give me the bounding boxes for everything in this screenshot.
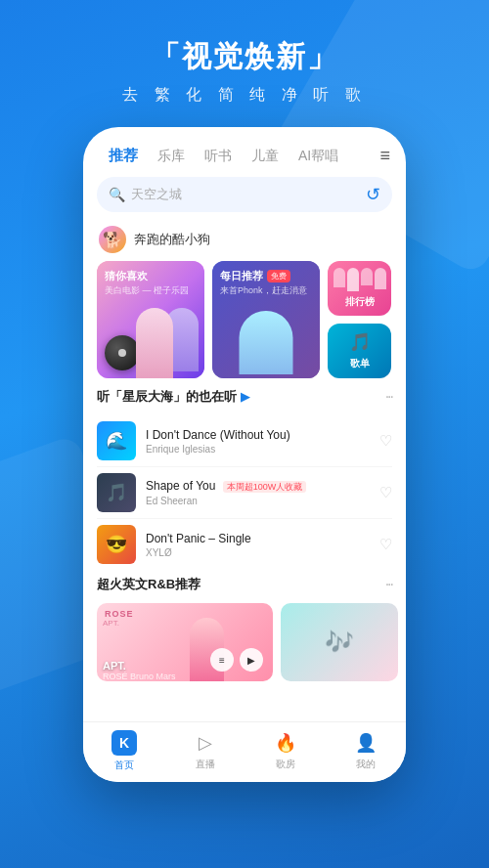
phone-shell: 推荐 乐库 听书 儿童 AI帮唱 ≡ 🔍 天空之城 ↺ 🐕 奔跑的酷小狗 猜你喜… bbox=[83, 127, 406, 782]
section-title-2: 超火英文R&B推荐 bbox=[97, 576, 200, 593]
song-heart-2[interactable]: ♡ bbox=[379, 484, 392, 501]
section-header-1: 听「星辰大海」的也在听 ▶ ··· bbox=[97, 388, 392, 406]
nav-label-live: 直播 bbox=[196, 758, 215, 771]
nav-tab-recommend[interactable]: 推荐 bbox=[99, 143, 148, 169]
hero-title: 「视觉焕新」 bbox=[151, 37, 338, 77]
card-playlist[interactable]: 🎵 歌单 bbox=[328, 324, 391, 378]
section-title-1: 听「星辰大海」的也在听 ▶ bbox=[97, 388, 249, 406]
card-recommend[interactable]: 猜你喜欢 美白电影 — 橙子乐园 bbox=[97, 261, 204, 378]
card-daily-label: 每日推荐 bbox=[220, 269, 263, 282]
card-daily[interactable]: 每日推荐 免费 来首Phonk，赶走消意 bbox=[212, 261, 320, 378]
daily-figure bbox=[240, 311, 293, 374]
playlist-card-2[interactable]: 🎶 bbox=[281, 603, 398, 681]
song-list: 🌊 I Don't Dance (Without You) Enrique Ig… bbox=[83, 415, 406, 570]
cards-row: 猜你喜欢 美白电影 — 橙子乐园 每日推荐 免费 bbox=[83, 261, 406, 378]
song-item[interactable]: 😎 Don't Panic – Single XYLØ ♡ bbox=[97, 519, 392, 570]
song-info-2: Shape of You 本周超100W人收藏 Ed Sheeran bbox=[146, 479, 372, 506]
nav-tab-kids[interactable]: 儿童 bbox=[242, 144, 289, 169]
playlist-card-apt[interactable]: ROSE APT. APT. ROSÉ Bruno Mars ≡ ▶ bbox=[97, 603, 273, 681]
daily-badge: 免费 bbox=[267, 270, 290, 282]
playlist-title: APT. bbox=[103, 660, 176, 672]
song-thumb-3: 😎 bbox=[97, 525, 136, 564]
playlist-artists: ROSÉ Bruno Mars bbox=[103, 672, 176, 681]
scroll-content[interactable]: 🐕 奔跑的酷小狗 猜你喜欢 美白电影 — 橙子乐园 bbox=[83, 222, 406, 721]
card-playlist-label: 歌单 bbox=[350, 358, 370, 369]
refresh-icon[interactable]: ↺ bbox=[366, 184, 380, 205]
menu-icon[interactable]: ≡ bbox=[379, 146, 390, 166]
playlist-play-button[interactable]: ▶ bbox=[240, 648, 263, 672]
song-item[interactable]: 🎵 Shape of You 本周超100W人收藏 Ed Sheeran ♡ bbox=[97, 467, 392, 519]
song-heart-1[interactable]: ♡ bbox=[379, 432, 392, 450]
search-bar[interactable]: 🔍 天空之城 ↺ bbox=[97, 177, 392, 212]
search-placeholder: 天空之城 bbox=[131, 186, 366, 203]
nav-tab-ai[interactable]: AI帮唱 bbox=[289, 144, 348, 169]
card-chart-label: 排行榜 bbox=[345, 295, 375, 309]
profile-icon: 👤 bbox=[354, 731, 378, 755]
song-name-2: Shape of You 本周超100W人收藏 bbox=[146, 479, 372, 494]
playlist-list-button[interactable]: ≡ bbox=[210, 648, 234, 672]
playlist-inner: ROSE APT. APT. ROSÉ Bruno Mars ≡ ▶ bbox=[97, 603, 273, 681]
nav-item-home[interactable]: K 首页 bbox=[111, 730, 137, 772]
song-thumb-2: 🎵 bbox=[97, 473, 136, 512]
section-more-icon-2[interactable]: ··· bbox=[385, 576, 392, 593]
search-icon: 🔍 bbox=[109, 187, 125, 202]
right-cards: 排行榜 🎵 歌单 bbox=[328, 261, 391, 378]
avatar: 🐕 bbox=[99, 226, 126, 253]
card-recommend-label: 猜你喜欢 bbox=[105, 269, 197, 282]
song-artist-2: Ed Sheeran bbox=[146, 496, 372, 506]
song-artist-3: XYLØ bbox=[146, 547, 372, 558]
card-recommend-sub: 美白电影 — 橙子乐园 bbox=[105, 284, 197, 297]
hero-subtitle: 去 繁 化 简 纯 净 听 歌 bbox=[122, 85, 366, 106]
song-item[interactable]: 🌊 I Don't Dance (Without You) Enrique Ig… bbox=[97, 415, 392, 467]
nav-label-home: 首页 bbox=[114, 759, 134, 772]
nav-bar: 推荐 乐库 听书 儿童 AI帮唱 ≡ bbox=[83, 127, 406, 177]
nav-tab-audiobook[interactable]: 听书 bbox=[195, 144, 242, 169]
section-more-icon[interactable]: ··· bbox=[385, 388, 392, 406]
song-artist-1: Enrique Iglesias bbox=[146, 444, 372, 455]
section-rnb: 超火英文R&B推荐 ··· bbox=[83, 570, 406, 603]
song-thumb-1: 🌊 bbox=[97, 421, 136, 460]
nav-item-live[interactable]: ▷ 直播 bbox=[194, 731, 217, 771]
playlist-strip: ROSE APT. APT. ROSÉ Bruno Mars ≡ ▶ 🎶 bbox=[83, 603, 406, 689]
nav-tab-library[interactable]: 乐库 bbox=[148, 144, 195, 169]
song-name-1: I Don't Dance (Without You) bbox=[146, 428, 372, 442]
card-daily-sub: 来首Phonk，赶走消意 bbox=[220, 284, 312, 297]
song-info-3: Don't Panic – Single XYLØ bbox=[146, 532, 372, 558]
nav-label-profile: 我的 bbox=[356, 758, 376, 771]
weekly-badge: 本周超100W人收藏 bbox=[223, 481, 307, 493]
section-also-listening: 听「星辰大海」的也在听 ▶ ··· bbox=[83, 378, 406, 415]
nav-item-singroom[interactable]: 🔥 歌房 bbox=[274, 731, 297, 771]
song-heart-3[interactable]: ♡ bbox=[379, 536, 392, 553]
song-name-3: Don't Panic – Single bbox=[146, 532, 372, 545]
card-chart[interactable]: 排行榜 bbox=[328, 261, 391, 316]
user-row: 🐕 奔跑的酷小狗 bbox=[83, 222, 406, 261]
section-header-2: 超火英文R&B推荐 ··· bbox=[97, 576, 392, 593]
nav-label-singroom: 歌房 bbox=[276, 758, 295, 771]
vinyl-icon bbox=[105, 335, 140, 370]
bottom-nav: K 首页 ▷ 直播 🔥 歌房 👤 我的 bbox=[83, 721, 406, 782]
user-name: 奔跑的酷小狗 bbox=[134, 231, 210, 248]
song-info-1: I Don't Dance (Without You) Enrique Igle… bbox=[146, 428, 372, 455]
nav-item-profile[interactable]: 👤 我的 bbox=[354, 731, 378, 771]
live-icon: ▷ bbox=[194, 731, 217, 755]
section-play-icon[interactable]: ▶ bbox=[241, 390, 249, 404]
home-icon: K bbox=[111, 730, 137, 756]
singroom-icon: 🔥 bbox=[274, 731, 297, 755]
